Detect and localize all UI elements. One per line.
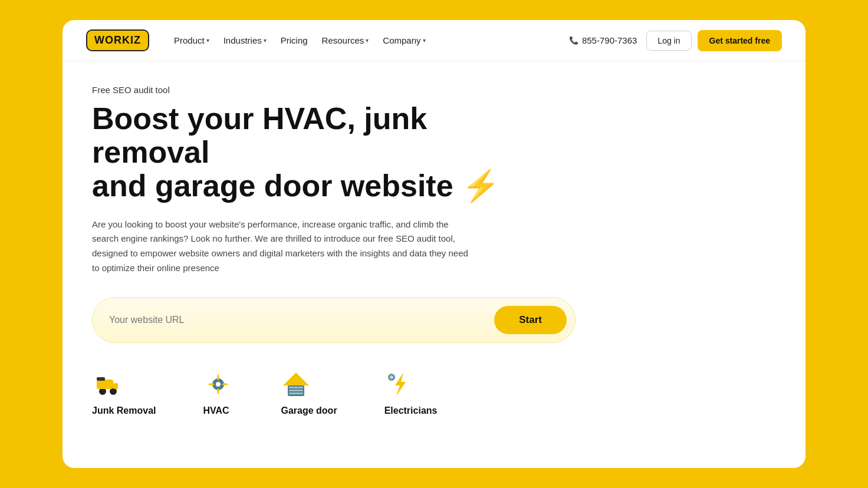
chevron-down-icon: ▾ [423,37,426,44]
nav-item-resources[interactable]: Resources ▾ [316,32,375,49]
junk-removal-label: Junk Removal [92,405,156,416]
chevron-down-icon: ▾ [264,37,267,44]
svg-rect-4 [97,377,105,381]
electricians-icon [384,369,415,400]
logo[interactable]: WORKIZ [86,29,149,51]
start-button[interactable]: Start [494,306,567,334]
garage-door-icon [281,369,311,400]
eyebrow-text: Free SEO audit tool [92,85,776,95]
chevron-down-icon: ▾ [366,37,369,44]
svg-rect-2 [97,380,113,389]
industry-item-garage-door: Garage door [281,369,337,416]
lightning-icon: ⚡ [462,169,500,203]
industry-item-junk-removal: Junk Removal [92,369,156,416]
main-headline: Boost your HVAC, junk removal and garage… [92,102,517,203]
navbar: WORKIZ Product ▾ Industries ▾ Pricing Re… [63,20,805,61]
login-button[interactable]: Log in [646,31,691,51]
industry-item-hvac: HVAC [203,369,234,416]
phone-icon: 📞 [569,36,578,45]
junk-removal-icon [92,369,123,400]
url-input[interactable] [109,315,494,325]
svg-rect-11 [289,393,303,394]
svg-rect-9 [289,387,303,388]
svg-marker-7 [283,372,309,385]
nav-item-company[interactable]: Company ▾ [377,32,431,49]
url-search-section: Start [92,297,576,343]
hvac-label: HVAC [203,405,229,416]
chevron-down-icon: ▾ [206,37,209,44]
svg-rect-3 [113,383,118,389]
nav-phone: 📞 855-790-7363 [569,35,637,45]
hero-description: Are you looking to boost your website's … [92,217,475,276]
svg-rect-10 [289,390,303,391]
nav-links: Product ▾ Industries ▾ Pricing Resources… [168,32,569,49]
industries-row: Junk Removal HVAC [92,369,776,416]
hvac-icon [203,369,234,400]
main-content: Free SEO audit tool Boost your HVAC, jun… [63,61,805,468]
garage-door-label: Garage door [281,405,337,416]
svg-point-13 [390,375,393,379]
get-started-button[interactable]: Get started free [698,30,782,51]
industry-item-electricians: Electricians [384,369,438,416]
nav-item-industries[interactable]: Industries ▾ [218,32,272,49]
logo-text: WORKIZ [94,34,141,47]
svg-point-6 [216,382,221,387]
electricians-label: Electricians [384,405,438,416]
nav-item-pricing[interactable]: Pricing [275,32,314,49]
nav-item-product[interactable]: Product ▾ [168,32,215,49]
